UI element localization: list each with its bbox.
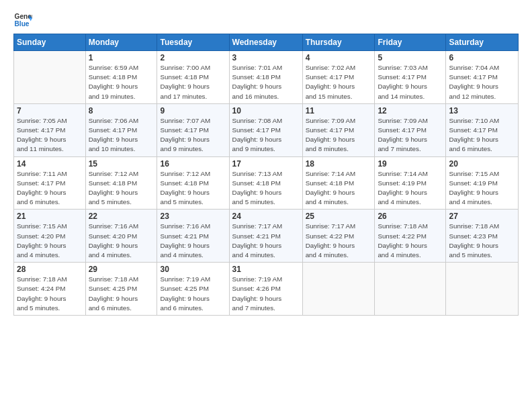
- day-info: Sunrise: 7:19 AM Sunset: 4:25 PM Dayligh…: [160, 275, 226, 313]
- day-info: Sunrise: 7:05 AM Sunset: 4:17 PM Dayligh…: [17, 116, 83, 154]
- day-cell: [14, 51, 86, 104]
- day-info: Sunrise: 7:03 AM Sunset: 4:17 PM Dayligh…: [378, 63, 443, 101]
- logo: General Blue: [13, 11, 32, 30]
- day-cell: 20Sunrise: 7:15 AM Sunset: 4:19 PM Dayli…: [446, 156, 519, 210]
- day-number: 4: [306, 53, 372, 62]
- day-info: Sunrise: 7:09 AM Sunset: 4:17 PM Dayligh…: [378, 116, 443, 154]
- day-number: 16: [160, 159, 226, 169]
- day-info: Sunrise: 7:10 AM Sunset: 4:17 PM Dayligh…: [449, 116, 515, 154]
- day-cell: 7Sunrise: 7:05 AM Sunset: 4:17 PM Daylig…: [14, 103, 86, 156]
- day-cell: 29Sunrise: 7:18 AM Sunset: 4:25 PM Dayli…: [85, 263, 157, 316]
- day-number: 15: [89, 159, 154, 169]
- header-day-sunday: Sunday: [14, 34, 86, 51]
- day-info: Sunrise: 7:07 AM Sunset: 4:17 PM Dayligh…: [160, 116, 226, 154]
- day-cell: 13Sunrise: 7:10 AM Sunset: 4:17 PM Dayli…: [446, 103, 519, 156]
- day-number: 8: [89, 106, 154, 116]
- header-day-tuesday: Tuesday: [157, 34, 229, 51]
- day-info: Sunrise: 7:17 AM Sunset: 4:21 PM Dayligh…: [232, 222, 300, 260]
- day-number: 22: [89, 212, 154, 221]
- day-cell: [302, 263, 375, 316]
- day-number: 1: [89, 53, 154, 62]
- day-info: Sunrise: 7:08 AM Sunset: 4:17 PM Dayligh…: [232, 116, 300, 154]
- day-cell: 30Sunrise: 7:19 AM Sunset: 4:25 PM Dayli…: [157, 263, 229, 316]
- day-cell: 8Sunrise: 7:06 AM Sunset: 4:17 PM Daylig…: [85, 103, 157, 156]
- day-cell: 4Sunrise: 7:02 AM Sunset: 4:17 PM Daylig…: [302, 51, 375, 104]
- day-info: Sunrise: 7:04 AM Sunset: 4:17 PM Dayligh…: [449, 63, 515, 101]
- day-info: Sunrise: 7:18 AM Sunset: 4:23 PM Dayligh…: [449, 222, 515, 260]
- day-cell: 31Sunrise: 7:19 AM Sunset: 4:26 PM Dayli…: [229, 263, 302, 316]
- day-info: Sunrise: 7:18 AM Sunset: 4:24 PM Dayligh…: [17, 275, 83, 313]
- day-number: 6: [449, 53, 515, 62]
- day-cell: 15Sunrise: 7:12 AM Sunset: 4:18 PM Dayli…: [85, 156, 157, 210]
- day-cell: [375, 263, 446, 316]
- day-number: 10: [232, 106, 300, 116]
- day-cell: 23Sunrise: 7:16 AM Sunset: 4:21 PM Dayli…: [157, 210, 229, 263]
- day-cell: 12Sunrise: 7:09 AM Sunset: 4:17 PM Dayli…: [375, 103, 446, 156]
- day-info: Sunrise: 7:02 AM Sunset: 4:17 PM Dayligh…: [306, 63, 372, 101]
- day-info: Sunrise: 7:12 AM Sunset: 4:18 PM Dayligh…: [89, 169, 154, 208]
- day-number: 12: [378, 106, 443, 116]
- day-cell: 24Sunrise: 7:17 AM Sunset: 4:21 PM Dayli…: [229, 210, 302, 263]
- day-cell: 10Sunrise: 7:08 AM Sunset: 4:17 PM Dayli…: [229, 103, 302, 156]
- day-cell: 5Sunrise: 7:03 AM Sunset: 4:17 PM Daylig…: [375, 51, 446, 104]
- day-cell: 2Sunrise: 7:00 AM Sunset: 4:18 PM Daylig…: [157, 51, 229, 104]
- day-info: Sunrise: 7:19 AM Sunset: 4:26 PM Dayligh…: [232, 275, 300, 313]
- day-number: 11: [306, 106, 372, 116]
- day-number: 31: [232, 265, 300, 274]
- day-number: 17: [232, 159, 300, 169]
- day-info: Sunrise: 7:09 AM Sunset: 4:17 PM Dayligh…: [306, 116, 372, 154]
- day-cell: 27Sunrise: 7:18 AM Sunset: 4:23 PM Dayli…: [446, 210, 519, 263]
- day-number: 2: [160, 53, 226, 62]
- header-day-saturday: Saturday: [446, 34, 519, 51]
- day-number: 14: [17, 159, 83, 169]
- day-info: Sunrise: 7:16 AM Sunset: 4:21 PM Dayligh…: [160, 222, 226, 260]
- day-info: Sunrise: 7:00 AM Sunset: 4:18 PM Dayligh…: [160, 63, 226, 101]
- day-cell: 6Sunrise: 7:04 AM Sunset: 4:17 PM Daylig…: [446, 51, 519, 104]
- day-info: Sunrise: 7:15 AM Sunset: 4:19 PM Dayligh…: [449, 169, 515, 208]
- header-day-thursday: Thursday: [302, 34, 375, 51]
- day-info: Sunrise: 7:14 AM Sunset: 4:18 PM Dayligh…: [306, 169, 372, 208]
- calendar-table: SundayMondayTuesdayWednesdayThursdayFrid…: [13, 34, 519, 316]
- day-number: 30: [160, 265, 226, 274]
- day-info: Sunrise: 7:15 AM Sunset: 4:20 PM Dayligh…: [17, 222, 83, 260]
- day-number: 18: [306, 159, 372, 169]
- day-cell: 21Sunrise: 7:15 AM Sunset: 4:20 PM Dayli…: [14, 210, 86, 263]
- header-day-monday: Monday: [85, 34, 157, 51]
- page: General Blue SundayMondayTuesdayWednesda…: [0, 0, 532, 411]
- day-info: Sunrise: 7:01 AM Sunset: 4:18 PM Dayligh…: [232, 63, 300, 101]
- day-number: 26: [378, 212, 443, 221]
- day-info: Sunrise: 7:18 AM Sunset: 4:25 PM Dayligh…: [89, 275, 154, 313]
- day-cell: 26Sunrise: 7:18 AM Sunset: 4:22 PM Dayli…: [375, 210, 446, 263]
- day-cell: 16Sunrise: 7:12 AM Sunset: 4:18 PM Dayli…: [157, 156, 229, 210]
- day-number: 19: [378, 159, 443, 169]
- day-cell: 19Sunrise: 7:14 AM Sunset: 4:19 PM Dayli…: [375, 156, 446, 210]
- day-number: 20: [449, 159, 515, 169]
- header: General Blue: [13, 11, 519, 30]
- day-info: Sunrise: 7:13 AM Sunset: 4:18 PM Dayligh…: [232, 169, 300, 208]
- day-cell: 14Sunrise: 7:11 AM Sunset: 4:17 PM Dayli…: [14, 156, 86, 210]
- day-number: 25: [306, 212, 372, 221]
- day-number: 9: [160, 106, 226, 116]
- day-number: 23: [160, 212, 226, 221]
- day-number: 7: [17, 106, 83, 116]
- week-row-3: 14Sunrise: 7:11 AM Sunset: 4:17 PM Dayli…: [14, 156, 519, 210]
- day-cell: 3Sunrise: 7:01 AM Sunset: 4:18 PM Daylig…: [229, 51, 302, 104]
- day-cell: 22Sunrise: 7:16 AM Sunset: 4:20 PM Dayli…: [85, 210, 157, 263]
- calendar-header-row: SundayMondayTuesdayWednesdayThursdayFrid…: [14, 34, 519, 51]
- week-row-5: 28Sunrise: 7:18 AM Sunset: 4:24 PM Dayli…: [14, 263, 519, 316]
- day-info: Sunrise: 7:12 AM Sunset: 4:18 PM Dayligh…: [160, 169, 226, 208]
- day-cell: 17Sunrise: 7:13 AM Sunset: 4:18 PM Dayli…: [229, 156, 302, 210]
- day-cell: 28Sunrise: 7:18 AM Sunset: 4:24 PM Dayli…: [14, 263, 86, 316]
- header-day-friday: Friday: [375, 34, 446, 51]
- week-row-2: 7Sunrise: 7:05 AM Sunset: 4:17 PM Daylig…: [14, 103, 519, 156]
- day-number: 28: [17, 265, 83, 274]
- day-number: 21: [17, 212, 83, 221]
- week-row-1: 1Sunrise: 6:59 AM Sunset: 4:18 PM Daylig…: [14, 51, 519, 104]
- day-number: 27: [449, 212, 515, 221]
- day-cell: 11Sunrise: 7:09 AM Sunset: 4:17 PM Dayli…: [302, 103, 375, 156]
- day-cell: 9Sunrise: 7:07 AM Sunset: 4:17 PM Daylig…: [157, 103, 229, 156]
- day-info: Sunrise: 7:06 AM Sunset: 4:17 PM Dayligh…: [89, 116, 154, 154]
- day-info: Sunrise: 6:59 AM Sunset: 4:18 PM Dayligh…: [89, 63, 154, 101]
- day-cell: 1Sunrise: 6:59 AM Sunset: 4:18 PM Daylig…: [85, 51, 157, 104]
- logo-icon: General Blue: [13, 11, 32, 30]
